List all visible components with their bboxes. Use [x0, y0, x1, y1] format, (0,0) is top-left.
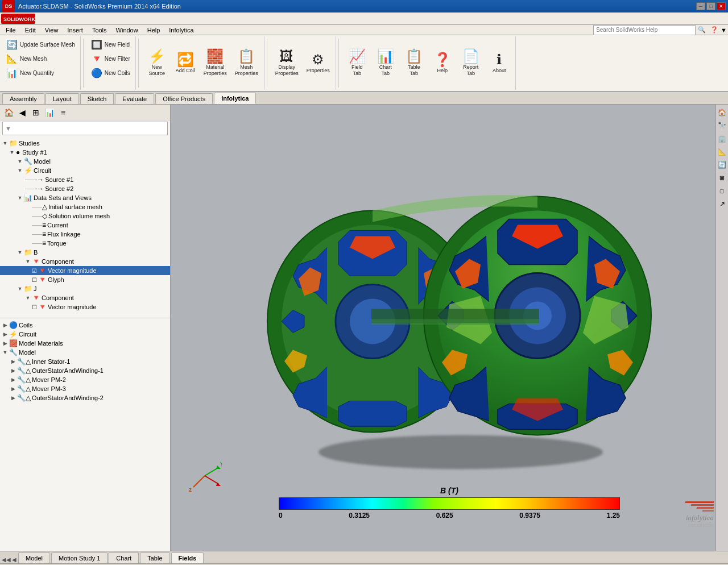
tree-item-vector-magnitude-b[interactable]: ☑ 🔻 Vector magnitude [0, 266, 170, 275]
sidebar-home-button[interactable]: 🏠 [2, 106, 15, 119]
sidebar-filter-input[interactable] [14, 125, 165, 132]
viewport[interactable]: B (T) 0 0.3125 0.625 0.9375 1.25 Y z [171, 105, 728, 551]
menu-help[interactable]: Help [143, 26, 165, 35]
material-properties-button[interactable]: 🧱 MaterialProperties [200, 38, 230, 89]
tree-item-j-component[interactable]: ▼ 🔻 Component [0, 293, 170, 302]
tree-item-current[interactable]: —— ≡ Current [0, 221, 170, 230]
chart-tab-button[interactable]: 📊 ChartTab [372, 38, 399, 89]
window-controls[interactable]: ─ □ ✕ [696, 2, 726, 10]
update-surface-mesh-button[interactable]: 🔄 Update Surface Mesh [3, 38, 78, 52]
tree-item-model-top[interactable]: ▼ 🔧 Model [0, 348, 170, 357]
initial-mesh-icon: △ [42, 203, 47, 211]
tab-sketch[interactable]: Sketch [80, 93, 114, 104]
new-source-button[interactable]: ⚡ NewSource [143, 38, 171, 89]
tree-item-studies[interactable]: ▼ 📁 Studies [0, 139, 170, 148]
tree-item-flux[interactable]: —— ≡ Flux linkage [0, 230, 170, 239]
right-home-button[interactable]: 🏠 [717, 107, 728, 118]
sidebar-chart-button[interactable]: 📊 [43, 106, 56, 119]
tree-item-initial-mesh[interactable]: —— △ Initial surface mesh [0, 202, 170, 211]
table-tab-button[interactable]: 📋 TableTab [400, 38, 428, 89]
bottom-nav-prev[interactable]: ◀ [10, 555, 18, 563]
tree-item-outer-stator1[interactable]: ▶ 🔧△ OuterStatorAndWinding-1 [0, 366, 170, 375]
tree-item-b-component[interactable]: ▼ 🔻 Component [0, 257, 170, 266]
close-button[interactable]: ✕ [717, 2, 726, 10]
tree-item-circuit-top[interactable]: ▶ ⚡ Circuit [0, 330, 170, 339]
new-mesh-icon: 📐 [6, 53, 18, 64]
bottom-nav-left[interactable]: ◀◀ [2, 555, 10, 563]
tree-item-outer-stator2[interactable]: ▶ 🔧△ OuterStatorAndWinding-2 [0, 393, 170, 402]
sidebar-grid-button[interactable]: ⊞ [30, 106, 42, 119]
menu-tools[interactable]: Tools [88, 26, 111, 35]
report-tab-button[interactable]: 📄 ReportTab [457, 38, 485, 89]
right-pan-button[interactable]: 🏢 [717, 133, 728, 144]
tree-item-model[interactable]: ▼ 🔧 Model [0, 157, 170, 166]
tab-office-products[interactable]: Office Products [155, 93, 213, 104]
j-component-label: Component [42, 294, 74, 301]
sidebar-filter2-button[interactable]: ≡ [57, 106, 69, 119]
right-fit-button[interactable]: 🔄 [717, 159, 728, 171]
about-button[interactable]: ℹ About [486, 38, 513, 89]
tree-item-model-materials[interactable]: ▶ 🧱 Model Materials [0, 339, 170, 348]
bottom-tab-model[interactable]: Model [18, 552, 50, 563]
minimize-button[interactable]: ─ [696, 2, 705, 10]
dropdown-icon[interactable]: ▼ [721, 27, 727, 34]
new-field-button[interactable]: 🔲 New Field [88, 38, 133, 52]
tree-item-glyph[interactable]: ☐ 🔻 Glyph [0, 275, 170, 284]
tree-item-solution-mesh[interactable]: —— ◇ Solution volume mesh [0, 211, 170, 221]
mesh-properties-button[interactable]: 📋 MeshProperties [231, 38, 262, 89]
tree-item-j[interactable]: ▼ 📁 J [0, 284, 170, 293]
new-coils-button[interactable]: 🔵 New Coils [88, 66, 133, 80]
menu-infolytica[interactable]: Infolytica [164, 26, 198, 35]
menu-edit[interactable]: Edit [20, 26, 40, 35]
tree-item-circuit[interactable]: ▼ ⚡ Circuit [0, 166, 170, 175]
tree-item-torque[interactable]: —— ≡ Torque [0, 239, 170, 248]
bottom-tab-fields[interactable]: Fields [171, 552, 204, 563]
tree-item-coils[interactable]: ▶ 🔵 Coils [0, 321, 170, 330]
svg-text:Y: Y [220, 462, 222, 468]
bottom-tab-motion-study[interactable]: Motion Study 1 [51, 552, 107, 563]
right-view2-button[interactable]: ▢ [717, 185, 728, 197]
add-coil-button[interactable]: 🔁 Add Coil [172, 38, 199, 89]
colorbar-labels: 0 0.3125 0.625 0.9375 1.25 [279, 512, 620, 520]
new-filter-button[interactable]: 🔻 New Filter [88, 52, 133, 66]
tree-item-inner-stator[interactable]: ▶ 🔧△ Inner Stator-1 [0, 357, 170, 366]
tab-layout[interactable]: Layout [46, 93, 79, 104]
tree-item-mover-pm2[interactable]: ▶ 🔧△ Mover PM-2 [0, 375, 170, 384]
field-tab-button[interactable]: 📈 FieldTab [344, 38, 371, 89]
right-rotate-button[interactable]: 📐 [717, 146, 728, 157]
tab-evaluate[interactable]: Evaluate [115, 93, 154, 104]
tree-item-mover-pm3[interactable]: ▶ 🔧△ Mover PM-3 [0, 384, 170, 393]
main-area: 🏠 ◀ ⊞ 📊 ≡ ▼ ▼ 📁 Studies ▼ ● Study #1 [0, 105, 728, 551]
help-button[interactable]: ❓ Help [429, 38, 456, 89]
tab-infolytica[interactable]: Infolytica [214, 93, 256, 104]
menu-insert[interactable]: Insert [63, 26, 88, 35]
tree-item-source1[interactable]: ——◦ → Source #1 [0, 175, 170, 184]
bottom-tab-table[interactable]: Table [140, 552, 169, 563]
help-icon[interactable]: ❓ [710, 26, 718, 34]
material-properties-label: MaterialProperties [204, 64, 227, 77]
menu-window[interactable]: Window [111, 26, 143, 35]
new-quantity-button[interactable]: 📊 New Quantity [3, 66, 78, 80]
right-view1-button[interactable]: ▣ [717, 172, 728, 184]
study1-label: Study #1 [22, 149, 47, 156]
search-icon[interactable]: 🔍 [698, 26, 706, 34]
tree-item-vector-magnitude-j[interactable]: ☐ 🔻 Vector magnitude [0, 302, 170, 311]
maximize-button[interactable]: □ [706, 2, 715, 10]
properties-button[interactable]: ⚙ Properties [303, 38, 333, 89]
search-input[interactable] [593, 25, 696, 35]
tab-assembly[interactable]: Assembly [2, 93, 44, 104]
sidebar-back-button[interactable]: ◀ [16, 106, 28, 119]
study1-icon: ● [16, 148, 20, 156]
right-zoom-button[interactable]: 🔭 [717, 120, 728, 131]
right-view3-button[interactable]: ↗ [717, 198, 728, 210]
tree-item-study1[interactable]: ▼ ● Study #1 [0, 148, 170, 157]
new-mesh-button[interactable]: 📐 New Mesh [3, 52, 78, 66]
bottom-tab-chart[interactable]: Chart [109, 552, 139, 563]
tree-item-datasets[interactable]: ▼ 📊 Data Sets and Views [0, 193, 170, 202]
outer-stator2-label: OuterStatorAndWinding-2 [32, 394, 104, 401]
tree-item-source2[interactable]: ——◦ → Source #2 [0, 184, 170, 193]
tree-item-b[interactable]: ▼ 📁 B [0, 248, 170, 257]
menu-view[interactable]: View [40, 26, 63, 35]
menu-file[interactable]: File [1, 26, 20, 35]
display-properties-button[interactable]: 🖼 DisplayProperties [272, 38, 302, 89]
